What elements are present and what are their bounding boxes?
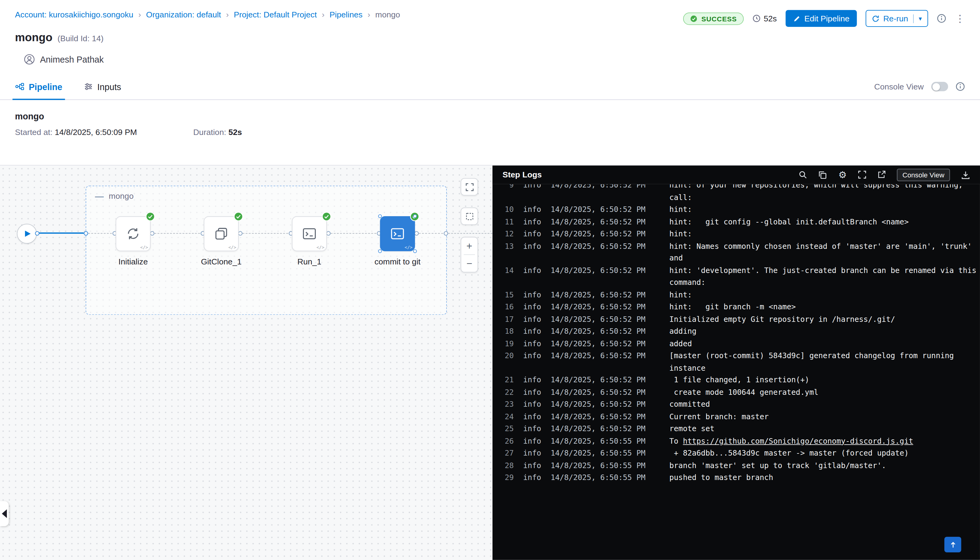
success-check-icon	[690, 15, 698, 22]
status-badge: SUCCESS	[683, 12, 743, 25]
author-row: Animesh Pathak	[0, 53, 980, 66]
search-icon[interactable]	[799, 171, 807, 179]
tab-inputs[interactable]: Inputs	[84, 73, 121, 99]
connector-line	[88, 233, 112, 233]
log-row: command:	[493, 277, 980, 289]
pipeline-step: </>Run_1	[292, 216, 327, 251]
pipeline-step: </>Initialize	[116, 216, 151, 251]
pipeline-execution-page: Account: kurosakiichigo.songoku›Organiza…	[0, 0, 980, 560]
page-title: mongo	[15, 31, 53, 44]
breadcrumb-item[interactable]: Pipelines	[330, 10, 362, 20]
log-lines: 9info14/8/2025, 6:50:52 PMhint: of your …	[493, 185, 980, 484]
connector-dot[interactable]	[35, 231, 39, 235]
fit-view-button[interactable]	[460, 178, 478, 195]
step-node-commit-to-git[interactable]: </>	[380, 216, 415, 251]
stage-info: mongo Started at: 14/8/2025, 6:50:09 PM …	[0, 100, 980, 165]
code-glyph: </>	[228, 245, 237, 250]
step-logs-title: Step Logs	[502, 170, 542, 180]
connector-dot[interactable]	[83, 231, 88, 235]
step-node-initialize[interactable]: </>	[116, 216, 151, 251]
breadcrumb-item[interactable]: Account: kurosakiichigo.songoku	[15, 10, 133, 20]
top-actions: SUCCESS 52s Edit Pipeline Re-run ▾ ⋮	[683, 10, 965, 27]
stage-group-label: mongo	[109, 191, 133, 201]
multi-select-button[interactable]	[460, 207, 478, 225]
open-in-new-icon[interactable]	[877, 171, 886, 179]
log-row: 19info14/8/2025, 6:50:52 PMadded	[493, 338, 980, 350]
log-row: 16info14/8/2025, 6:50:52 PMhint: git bra…	[493, 301, 980, 313]
log-row: 15info14/8/2025, 6:50:52 PMhint:	[493, 289, 980, 302]
copy-logs-icon[interactable]	[818, 170, 827, 179]
clock-icon	[752, 14, 761, 23]
zoom-controls: + −	[460, 237, 478, 273]
log-row: instance	[493, 362, 980, 374]
collapse-stage-icon[interactable]: —	[95, 192, 104, 200]
log-row: call:	[493, 192, 980, 204]
connector-line	[331, 233, 376, 233]
build-duration: 52s	[752, 14, 777, 23]
tab-pipeline[interactable]: Pipeline	[15, 73, 62, 99]
more-options-icon[interactable]: ⋮	[955, 13, 965, 23]
pipeline-step: </>GitClone_1	[204, 216, 239, 251]
log-row: 18info14/8/2025, 6:50:52 PMadding	[493, 325, 980, 338]
zoom-in-button[interactable]: +	[460, 238, 478, 254]
scroll-to-top-button[interactable]	[944, 537, 961, 552]
log-row: 21info14/8/2025, 6:50:52 PM 1 file chang…	[493, 374, 980, 387]
breadcrumb-separator: ›	[138, 10, 141, 20]
log-row: 13info14/8/2025, 6:50:52 PMhint: Names c…	[493, 240, 980, 253]
selection-box-icon	[465, 212, 474, 220]
console-view-button[interactable]: Console View	[897, 168, 950, 181]
info-icon[interactable]	[937, 14, 947, 23]
pipeline-step: </>commit to git	[380, 216, 415, 251]
code-glyph: </>	[140, 245, 148, 250]
pipeline-start-node[interactable]	[17, 224, 37, 244]
console-view-toggle[interactable]	[931, 82, 948, 91]
breadcrumb-item: mongo	[375, 10, 400, 20]
stage-name: mongo	[15, 111, 965, 121]
fullscreen-icon[interactable]	[858, 171, 867, 179]
chevron-left-icon	[2, 509, 7, 518]
started-at: Started at: 14/8/2025, 6:50:09 PM	[15, 127, 137, 137]
log-row: and	[493, 253, 980, 265]
pipeline-canvas[interactable]: — mongo </>Initialize</>GitClone_1</>Run…	[0, 165, 493, 560]
log-row: 26info14/8/2025, 6:50:55 PMTo https://gi…	[493, 435, 980, 447]
play-icon	[25, 230, 30, 237]
step-node-gitclone-1[interactable]: </>	[204, 216, 239, 251]
chevron-down-icon[interactable]: ▾	[918, 15, 922, 22]
clone-icon	[214, 226, 229, 241]
connector-line	[419, 233, 443, 233]
log-row: 11info14/8/2025, 6:50:52 PMhint: git con…	[493, 216, 980, 228]
log-row: 29info14/8/2025, 6:50:55 PMpushed to mas…	[493, 472, 980, 484]
collapse-panel-handle[interactable]	[0, 501, 9, 526]
expand-icon	[465, 183, 474, 191]
zoom-out-button[interactable]: −	[460, 255, 478, 272]
settings-gear-icon[interactable]: ⚙	[838, 170, 847, 180]
main-split: — mongo </>Initialize</>GitClone_1</>Run…	[0, 165, 980, 560]
breadcrumb-item[interactable]: Project: Default Project	[233, 10, 317, 20]
log-row: 28info14/8/2025, 6:50:55 PMbranch 'maste…	[493, 460, 980, 472]
breadcrumb-item[interactable]: Organization: default	[146, 10, 221, 20]
log-row: 17info14/8/2025, 6:50:52 PMInitialized e…	[493, 313, 980, 325]
build-id: (Build Id: 14)	[57, 34, 103, 43]
connector-dot[interactable]	[443, 231, 448, 235]
step-logs-header: Step Logs ⚙ Console View	[493, 165, 980, 184]
download-logs-icon[interactable]	[962, 170, 970, 179]
step-node-run-1[interactable]: </>	[292, 216, 327, 251]
step-label: commit to git	[360, 257, 435, 266]
log-link[interactable]: https://github.com/Sonichigo/economy-dis…	[683, 436, 913, 445]
breadcrumb-separator: ›	[322, 10, 325, 20]
log-body[interactable]: 9info14/8/2025, 6:50:52 PMhint: of your …	[493, 185, 980, 560]
terminal-icon	[389, 226, 405, 241]
log-row: 10info14/8/2025, 6:50:52 PMhint:	[493, 204, 980, 216]
tabs-bar: Pipeline Inputs Console View	[0, 73, 980, 100]
title-row: mongo (Build Id: 14)	[0, 31, 980, 47]
code-glyph: </>	[405, 245, 413, 250]
edit-pipeline-button[interactable]: Edit Pipeline	[785, 10, 857, 27]
refresh-icon	[872, 15, 880, 22]
rerun-button[interactable]: Re-run ▾	[866, 10, 928, 27]
info-icon[interactable]	[955, 82, 965, 91]
breadcrumb-separator: ›	[226, 10, 229, 20]
success-check-icon	[233, 212, 243, 222]
log-row: 24info14/8/2025, 6:50:52 PMCurrent branc…	[493, 411, 980, 423]
console-view-toggle-label: Console View	[874, 82, 924, 91]
button-divider	[913, 14, 914, 23]
